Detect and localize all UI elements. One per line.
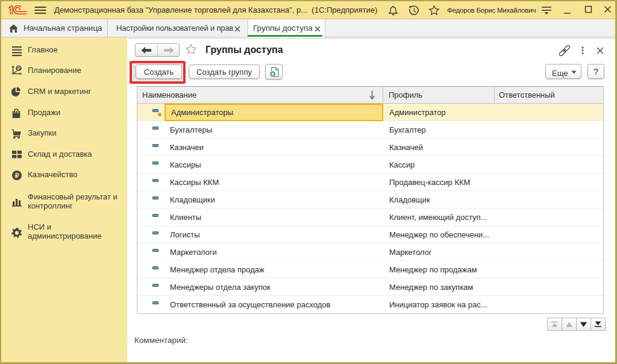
- svg-text:₽: ₽: [15, 172, 19, 179]
